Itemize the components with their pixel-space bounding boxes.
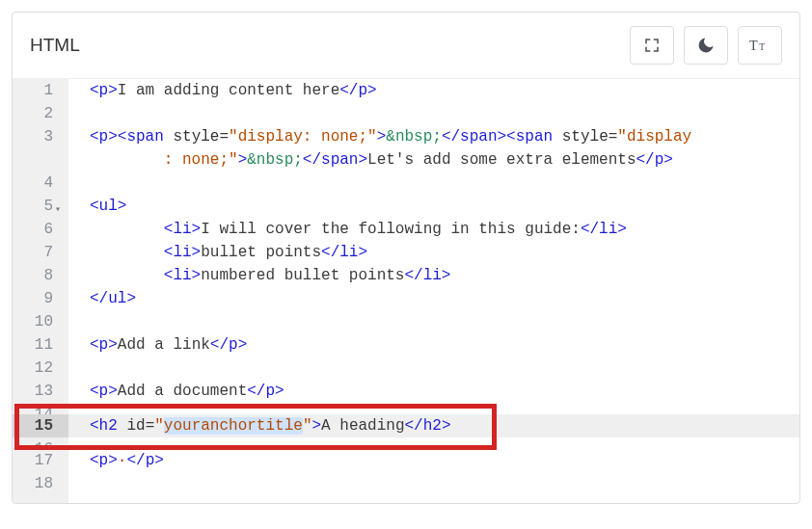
code-token: <p> (90, 383, 118, 400)
code-content[interactable]: <p>·</p> (68, 449, 164, 472)
code-token: <li> (164, 267, 201, 284)
code-line[interactable]: 3<p><span style="display: none;">&nbsp;<… (13, 125, 799, 148)
code-line[interactable]: 5▾<ul> (13, 195, 799, 218)
code-token: · (118, 452, 127, 469)
code-token: = (609, 128, 618, 145)
svg-text:T: T (749, 38, 758, 53)
editor-body[interactable]: 1<p>I am adding content here</p>23<p><sp… (13, 78, 799, 503)
code-content[interactable]: <p>Add a link</p> (68, 333, 247, 357)
line-number: 18 (13, 472, 57, 495)
code-content[interactable]: <p>I am adding content here</p> (68, 79, 377, 102)
fold-gutter (57, 287, 68, 310)
darkmode-button[interactable] (684, 26, 728, 65)
code-token: > (311, 417, 321, 435)
fold-gutter (57, 172, 68, 195)
code-line[interactable]: 12 (13, 357, 799, 380)
code-content[interactable]: <li>numbered bullet points</li> (68, 264, 450, 287)
code-content[interactable] (68, 357, 90, 380)
line-number: 9 (13, 287, 57, 310)
code-content[interactable] (68, 310, 90, 333)
fold-gutter[interactable]: ▾ (57, 195, 68, 218)
code-content[interactable]: <li>bullet points</li> (68, 241, 367, 264)
code-content[interactable] (68, 172, 90, 195)
fold-gutter (57, 357, 68, 380)
code-content[interactable]: <p><span style="display: none;">&nbsp;</… (68, 125, 691, 148)
code-line[interactable]: 1<p>I am adding content here</p> (13, 79, 799, 102)
svg-text:T: T (759, 42, 765, 52)
code-token: <li> (164, 244, 201, 261)
code-token (164, 128, 174, 145)
fullscreen-button[interactable] (630, 26, 674, 65)
code-content[interactable]: <p>Add a document</p> (68, 380, 284, 403)
textstyle-button[interactable]: T T (738, 26, 782, 65)
fold-gutter (57, 449, 68, 472)
code-line[interactable]: 11<p>Add a link</p> (13, 333, 799, 357)
code-line[interactable]: 18 (13, 472, 799, 495)
code-content[interactable] (68, 102, 90, 125)
code-content[interactable] (68, 472, 90, 495)
code-token: id (126, 417, 145, 435)
line-number: 2 (13, 102, 57, 125)
line-number (13, 148, 57, 172)
code-content[interactable]: </ul> (68, 287, 136, 310)
line-number: 11 (13, 333, 57, 357)
editor-title: HTML (30, 35, 80, 56)
fold-gutter (57, 148, 68, 172)
fold-gutter (57, 472, 68, 495)
code-line-active[interactable]: 15<h2 id="youranchortitle">A heading</h2… (13, 414, 799, 437)
code-token: " (154, 417, 164, 435)
code-token (553, 128, 562, 145)
code-line[interactable]: 10 (13, 310, 799, 333)
code-token: = (219, 128, 229, 145)
code-token: "display (617, 128, 691, 145)
code-token: Add a document (118, 383, 247, 400)
code-line[interactable]: 13<p>Add a document</p> (13, 380, 799, 403)
code-content[interactable]: <h2 id="youranchortitle">A heading</h2> (68, 414, 451, 437)
code-area[interactable]: 1<p>I am adding content here</p>23<p><sp… (13, 79, 799, 495)
fold-gutter (57, 310, 68, 333)
code-line[interactable]: 6 <li>I will cover the following in this… (13, 218, 799, 241)
code-content[interactable]: <li>I will cover the following in this g… (68, 218, 627, 241)
line-number: 3 (13, 125, 57, 148)
header-actions: T T (630, 26, 782, 65)
line-number: 15 (13, 414, 57, 437)
fold-gutter (57, 102, 68, 125)
line-number: 13 (13, 380, 57, 403)
code-line[interactable]: 2 (13, 102, 799, 125)
code-token: : none;" (164, 151, 238, 169)
code-token: <p> (90, 452, 118, 469)
line-number: 6 (13, 218, 57, 241)
code-line[interactable]: 16 (13, 437, 799, 449)
fullscreen-icon (643, 37, 661, 54)
code-content[interactable] (68, 403, 90, 414)
code-token: <h2 (90, 417, 118, 435)
code-line[interactable]: 7 <li>bullet points</li> (13, 241, 799, 264)
code-line[interactable]: : none;">&nbsp;</span>Let's add some ext… (13, 148, 799, 172)
code-token: I am adding content here (118, 82, 339, 99)
moon-icon (696, 36, 716, 55)
code-line[interactable]: 9</ul> (13, 287, 799, 310)
code-line[interactable]: 17<p>·</p> (13, 449, 799, 472)
code-token: </p> (126, 452, 163, 469)
code-line[interactable]: 8 <li>numbered bullet points</li> (13, 264, 799, 287)
code-content[interactable]: : none;">&nbsp;</span>Let's add some ext… (68, 148, 673, 172)
code-token: <p> (90, 82, 118, 99)
code-line[interactable]: 4 (13, 172, 799, 195)
code-content[interactable]: <ul> (68, 195, 126, 218)
code-token: &nbsp; (386, 128, 442, 145)
code-token: = (146, 417, 155, 435)
code-token: </p> (210, 336, 247, 354)
line-number: 10 (13, 310, 57, 333)
code-content[interactable] (68, 437, 90, 449)
code-token: <p><span (90, 128, 164, 145)
line-number: 8 (13, 264, 57, 287)
editor-header: HTML T T (13, 13, 799, 78)
text-style-icon: T T (749, 37, 771, 54)
code-token: <ul> (90, 198, 126, 215)
code-token: Let's add some extra elements (367, 151, 636, 169)
code-token: youranchortitle (164, 417, 303, 435)
line-number: 12 (13, 357, 57, 380)
code-token: </p> (247, 383, 284, 400)
fold-gutter (57, 125, 68, 148)
code-line[interactable]: 14 (13, 403, 799, 414)
